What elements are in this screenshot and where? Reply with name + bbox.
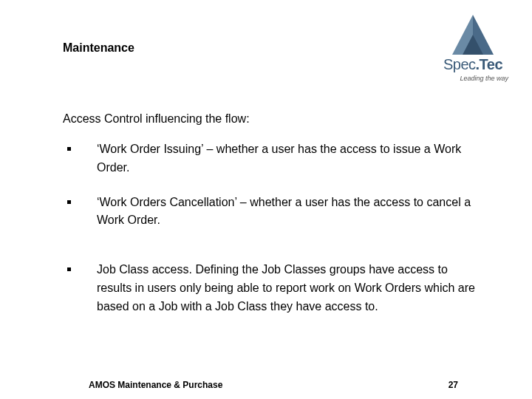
- bullet-list: ‘Work Order Issuing’ – whether a user ha…: [63, 140, 484, 316]
- slide-title: Maintenance: [63, 41, 134, 55]
- footer-title: AMOS Maintenance & Purchase: [89, 380, 222, 390]
- logo-spec: Spec: [443, 56, 476, 72]
- logo-tec: Tec: [480, 56, 502, 72]
- list-item: ‘Work Order Issuing’ – whether a user ha…: [63, 140, 484, 177]
- logo-mark-icon: [452, 15, 494, 55]
- content-area: Access Control influencing the flow: ‘Wo…: [63, 112, 484, 332]
- list-item: Job Class access. Defining the Job Class…: [63, 261, 484, 316]
- lead-text: Access Control influencing the flow:: [63, 112, 484, 126]
- spectec-logo: Spec.Tec Leading the way: [436, 15, 510, 82]
- logo-wordmark: Spec.Tec: [436, 56, 510, 73]
- page-number: 27: [449, 380, 458, 390]
- slide: Maintenance Spec.Tec Leading the way Acc…: [0, 0, 532, 399]
- logo-tagline: Leading the way: [436, 75, 510, 82]
- list-item: ‘Work Orders Cancellation’ – whether a u…: [63, 194, 484, 231]
